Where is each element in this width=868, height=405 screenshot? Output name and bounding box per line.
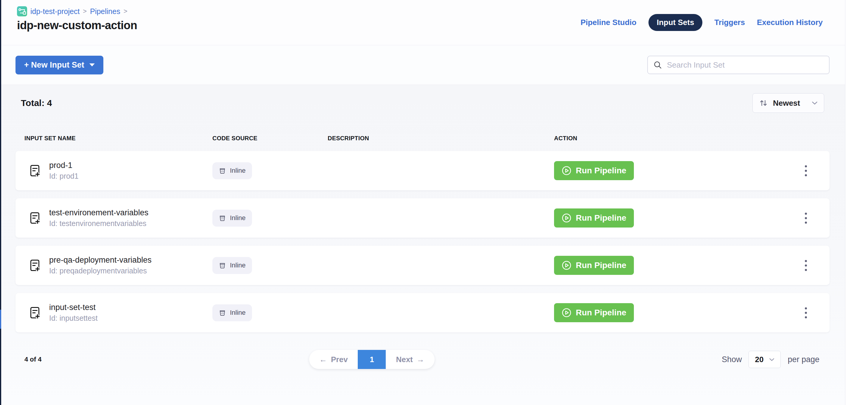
arrow-left-icon: ← — [319, 355, 327, 364]
sidebar-scroll-indicator — [0, 310, 1, 329]
run-pipeline-button[interactable]: Run Pipeline — [554, 209, 634, 227]
code-source-label: Inline — [230, 214, 246, 222]
svg-text:</>: </> — [221, 217, 224, 220]
code-source-badge: </> Inline — [212, 162, 252, 179]
show-label: Show — [722, 355, 742, 364]
table-header: INPUT SET NAME CODE SOURCE DESCRIPTION A… — [16, 135, 830, 142]
play-circle-icon — [561, 308, 571, 318]
tab-triggers[interactable]: Triggers — [714, 18, 745, 27]
input-set-icon — [28, 211, 41, 225]
arrow-right-icon: → — [417, 355, 425, 364]
run-pipeline-label: Run Pipeline — [576, 166, 626, 176]
input-set-row[interactable]: test-environement-variables Id: testenvi… — [16, 198, 830, 238]
input-set-name: test-environement-variables — [49, 208, 148, 217]
svg-text:</>: </> — [221, 170, 224, 173]
code-source-badge: </> Inline — [212, 257, 252, 274]
caret-down-icon — [89, 63, 95, 66]
play-circle-icon — [561, 165, 571, 176]
page-1-button[interactable]: 1 — [358, 350, 386, 369]
search-input[interactable] — [667, 56, 824, 73]
chevron-down-icon — [812, 101, 818, 105]
page-header: idp-test-project > Pipelines > idp-new-c… — [0, 0, 845, 45]
code-source-badge: </> Inline — [212, 304, 252, 321]
input-set-name: pre-qa-deployment-variables — [49, 255, 152, 265]
prev-page-button[interactable]: ← Prev — [309, 350, 358, 369]
column-code-source: CODE SOURCE — [212, 135, 328, 142]
input-set-row[interactable]: pre-qa-deployment-variables Id: preqadep… — [16, 246, 830, 285]
input-set-icon — [28, 258, 41, 272]
input-set-row[interactable]: input-set-test Id: inputsettest </> Inli… — [16, 293, 830, 332]
kebab-menu-icon[interactable] — [802, 210, 810, 227]
toolbar: + New Input Set — [0, 45, 845, 85]
breadcrumb-pipelines-link[interactable]: Pipelines — [90, 7, 120, 16]
inline-store-icon: </> — [219, 262, 226, 269]
table-body: prod-1 Id: prod1 </> Inline Run P — [16, 151, 830, 332]
column-description: DESCRIPTION — [328, 135, 554, 142]
input-set-id: Id: prod1 — [49, 172, 79, 181]
next-page-button[interactable]: Next → — [386, 350, 434, 369]
input-set-icon — [28, 306, 41, 319]
column-input-set-name: INPUT SET NAME — [16, 135, 212, 142]
kebab-menu-icon[interactable] — [802, 257, 810, 274]
input-set-row[interactable]: prod-1 Id: prod1 </> Inline Run P — [16, 151, 830, 190]
svg-text:</>: </> — [221, 312, 224, 315]
play-circle-icon — [561, 260, 571, 271]
svg-text:</>: </> — [221, 265, 224, 268]
input-set-icon — [28, 164, 41, 178]
pipeline-icon — [17, 6, 27, 17]
sort-arrows-icon — [759, 99, 768, 107]
code-source-label: Inline — [230, 309, 246, 317]
tab-input-sets[interactable]: Input Sets — [648, 14, 703, 31]
inline-store-icon: </> — [219, 167, 226, 175]
run-pipeline-label: Run Pipeline — [576, 213, 626, 223]
pagination-range: 4 of 4 — [24, 355, 41, 363]
run-pipeline-button[interactable]: Run Pipeline — [554, 256, 634, 275]
run-pipeline-button[interactable]: Run Pipeline — [554, 161, 634, 180]
sort-value: Newest — [773, 99, 800, 108]
inline-store-icon: </> — [219, 309, 226, 317]
input-set-name: input-set-test — [49, 303, 98, 312]
search-icon — [653, 60, 662, 69]
code-source-badge: </> Inline — [212, 210, 252, 227]
breadcrumb-project-link[interactable]: idp-test-project — [30, 7, 80, 16]
input-set-list: Total: 4 Newest INPUT SET NAME CODE SOUR… — [0, 85, 845, 405]
pipeline-tabs: Pipeline Studio Input Sets Triggers Exec… — [581, 0, 823, 45]
pagination: 4 of 4 ← Prev 1 Next → Show 20 — [16, 350, 830, 369]
input-set-id: Id: inputsettest — [49, 314, 98, 322]
tab-execution-history[interactable]: Execution History — [757, 18, 823, 27]
chevron-down-icon — [769, 358, 774, 361]
breadcrumb-separator: > — [124, 7, 127, 15]
tab-pipeline-studio[interactable]: Pipeline Studio — [581, 18, 637, 27]
page-size-select[interactable]: 20 — [749, 351, 781, 368]
kebab-menu-icon[interactable] — [802, 162, 810, 179]
code-source-label: Inline — [230, 261, 246, 269]
run-pipeline-button[interactable]: Run Pipeline — [554, 303, 634, 322]
page-size-value: 20 — [755, 355, 764, 364]
input-set-name: prod-1 — [49, 161, 79, 170]
play-circle-icon — [561, 213, 571, 223]
new-input-set-label: + New Input Set — [24, 60, 84, 70]
page-title: idp-new-custom-action — [17, 19, 137, 32]
breadcrumb-separator: > — [83, 7, 87, 15]
run-pipeline-label: Run Pipeline — [576, 308, 626, 317]
pager: ← Prev 1 Next → — [309, 350, 435, 369]
inline-store-icon: </> — [219, 214, 226, 222]
collapsed-sidebar-edge — [0, 0, 1, 405]
kebab-menu-icon[interactable] — [802, 304, 810, 321]
search-box — [647, 56, 830, 74]
input-sets-page: idp-test-project > Pipelines > idp-new-c… — [0, 0, 845, 405]
column-action: ACTION — [554, 135, 830, 142]
total-count: Total: 4 — [16, 98, 52, 108]
breadcrumb: idp-test-project > Pipelines > — [17, 6, 137, 17]
sort-dropdown[interactable]: Newest — [752, 93, 824, 113]
input-set-id: Id: testenvironementvariables — [49, 219, 148, 228]
code-source-label: Inline — [230, 167, 246, 175]
input-set-id: Id: preqadeploymentvariables — [49, 267, 152, 275]
new-input-set-button[interactable]: + New Input Set — [16, 56, 103, 74]
run-pipeline-label: Run Pipeline — [576, 260, 626, 270]
per-page-label: per page — [787, 355, 819, 364]
